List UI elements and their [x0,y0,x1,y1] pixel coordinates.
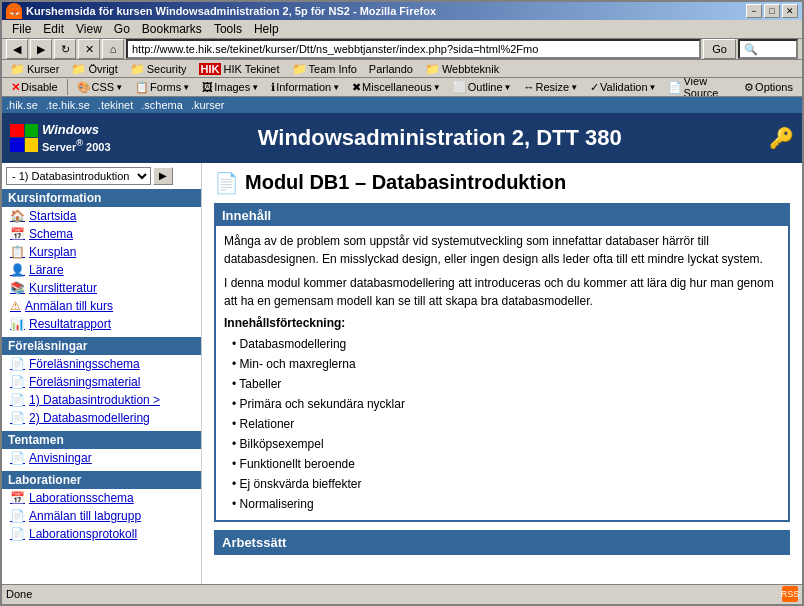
bookmark-kurser[interactable]: 📁 Kurser [6,61,63,77]
resize-btn[interactable]: ↔ Resize▼ [519,79,584,95]
outline-btn[interactable]: ⬜ Outline▼ [448,79,517,96]
forward-button[interactable]: ▶ [30,39,52,59]
maximize-button[interactable]: □ [764,4,780,18]
bookmark-hik-tekinet[interactable]: HIK HIK Tekinet [195,62,284,76]
sidebar-link-labgrupp[interactable]: 📄 Anmälan till labgrupp [2,507,201,525]
page-icon: 📄 [10,509,25,523]
arbetssatt-header: Arbetssätt [216,532,788,553]
menu-bar: File Edit View Go Bookmarks Tools Help [2,20,802,39]
dropdown-arrow: ▼ [433,83,441,92]
bookmarks-bar: 📁 Kurser 📁 Övrigt 📁 Security HIK HIK Tek… [2,60,802,78]
information-btn[interactable]: ℹ Information▼ [266,79,345,96]
section-title-tentamen: Tentamen [2,431,201,449]
misc-btn[interactable]: ✖ Miscellaneous▼ [347,79,446,96]
bookmark-parlando[interactable]: Parlando [365,62,417,76]
menu-help[interactable]: Help [248,20,285,38]
nav-toolbar: ◀ ▶ ↻ ✕ ⌂ Go [2,39,802,60]
stop-button[interactable]: ✕ [78,39,100,59]
breadcrumb-te-hik[interactable]: .te.hik.se [46,99,90,111]
flag-q4 [25,138,39,152]
firefox-icon: 🦊 [6,3,22,19]
sidebar-link-forelasingsmaterial[interactable]: 📄 Föreläsningsmaterial [2,373,201,391]
sidebar-link-schema[interactable]: 📅 Schema [2,225,201,243]
disable-btn[interactable]: ✕ Disable [6,79,63,96]
images-btn[interactable]: 🖼 Images▼ [197,79,264,95]
windows-flag [10,124,38,152]
validation-btn[interactable]: ✓ Validation▼ [585,79,661,96]
options-btn[interactable]: ⚙ Options [739,79,798,96]
innehall-body: Många av de problem som uppstår vid syst… [216,226,788,520]
breadcrumb-schema[interactable]: .schema [141,99,183,111]
sidebar-link-db1[interactable]: 📄 1) Databasintroduktion > [2,391,201,409]
search-input[interactable] [738,39,798,59]
toc-item: Databasmodellering [232,334,780,354]
sidebar-link-startsida[interactable]: 🏠 Startsida [2,207,201,225]
dropdown-arrow: ▼ [570,83,578,92]
breadcrumb-tekinet[interactable]: .tekinet [98,99,133,111]
module-go-btn[interactable]: ▶ [153,167,173,185]
menu-file[interactable]: File [6,20,37,38]
breadcrumb-kurser[interactable]: .kurser [191,99,225,111]
view-source-icon: 📄 [668,81,682,94]
module-select[interactable]: - 1) Databasintroduktion > [6,167,151,185]
title-bar-text: 🦊 Kurshemsida för kursen Windowsadminist… [6,3,436,19]
images-icon: 🖼 [202,81,213,93]
dropdown-arrow: ▼ [115,83,123,92]
sidebar-link-labprotokoll[interactable]: 📄 Laborationsprotokoll [2,525,201,543]
flag-q1 [10,124,24,138]
folder-icon: 📁 [10,62,25,76]
sidebar-section-forelasningar: Föreläsningar 📄 Föreläsningsschema 📄 För… [2,337,201,427]
sidebar-link-anvisningar[interactable]: 📄 Anvisningar [2,449,201,467]
menu-tools[interactable]: Tools [208,20,248,38]
bookmark-team-info[interactable]: 📁 Team Info [288,61,361,77]
close-button[interactable]: ✕ [782,4,798,18]
address-bar[interactable] [126,39,701,59]
css-btn[interactable]: 🎨 CSS▼ [72,79,129,96]
breadcrumb-hik[interactable]: .hik.se [6,99,38,111]
page-icon: 📄 [10,451,25,465]
menu-edit[interactable]: Edit [37,20,70,38]
go-button[interactable]: Go [703,39,736,59]
sidebar-link-larare[interactable]: 👤 Lärare [2,261,201,279]
sidebar-section-laborationer: Laborationer 📅 Laborationsschema 📄 Anmäl… [2,471,201,543]
sidebar-link-anmalan[interactable]: ⚠ Anmälan till kurs [2,297,201,315]
browser-window: 🦊 Kurshemsida för kursen Windowsadminist… [0,0,804,606]
toc-item: Primära och sekundära nycklar [232,394,780,414]
home-button[interactable]: ⌂ [102,39,124,59]
folder-icon: 📁 [292,62,307,76]
toc-item: Bilköpsexempel [232,434,780,454]
sidebar-link-kurslitteratur[interactable]: 📚 Kurslitteratur [2,279,201,297]
calendar-icon: 📅 [10,491,25,505]
arbetssatt-box: Arbetssätt [214,530,790,555]
view-source-btn[interactable]: 📄 View Source [663,78,737,96]
folder-icon: 📁 [130,62,145,76]
sidebar-link-labschema[interactable]: 📅 Laborationsschema [2,489,201,507]
menu-go[interactable]: Go [108,20,136,38]
sidebar-link-forelasningsschema[interactable]: 📄 Föreläsningsschema [2,355,201,373]
menu-bookmarks[interactable]: Bookmarks [136,20,208,38]
forms-btn[interactable]: 📋 Forms▼ [130,79,195,96]
bookmark-security[interactable]: 📁 Security [126,61,191,77]
section-title-forelasningar: Föreläsningar [2,337,201,355]
toc-item: Relationer [232,414,780,434]
bookmark-webbteknik[interactable]: 📁 Webbteknik [421,61,503,77]
dropdown-arrow: ▼ [649,83,657,92]
sidebar-link-db2[interactable]: 📄 2) Databasmodellering [2,409,201,427]
reload-button[interactable]: ↻ [54,39,76,59]
sidebar-dropdown: - 1) Databasintroduktion > ▶ [6,167,197,185]
sidebar-link-kursplan[interactable]: 📋 Kursplan [2,243,201,261]
back-button[interactable]: ◀ [6,39,28,59]
dropdown-arrow: ▼ [182,83,190,92]
section-title-kursinformation: Kursinformation [2,189,201,207]
outline-icon: ⬜ [453,81,467,94]
dropdown-arrow: ▼ [251,83,259,92]
forms-icon: 📋 [135,81,149,94]
minimize-button[interactable]: − [746,4,762,18]
title-bar: 🦊 Kurshemsida för kursen Windowsadminist… [2,2,802,20]
menu-view[interactable]: View [70,20,108,38]
bookmark-ovrigt[interactable]: 📁 Övrigt [67,61,121,77]
css-icon: 🎨 [77,81,91,94]
section-title-laborationer: Laborationer [2,471,201,489]
warning-icon: ⚠ [10,299,21,313]
sidebar-link-resultatrapport[interactable]: 📊 Resultatrapport [2,315,201,333]
